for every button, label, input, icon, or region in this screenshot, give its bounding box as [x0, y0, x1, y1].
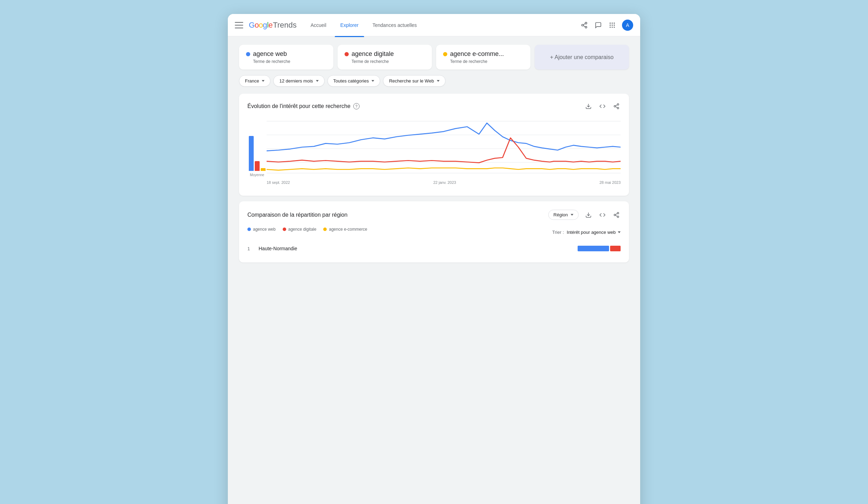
- share-icon[interactable]: [612, 102, 621, 110]
- search-term-type-1: Terme de recherche: [253, 59, 326, 64]
- region-button[interactable]: Région: [548, 210, 579, 220]
- svg-point-6: [612, 22, 613, 23]
- main-nav: Accueil Explorer Tendances actuelles: [305, 20, 580, 31]
- svg-point-10: [614, 24, 615, 26]
- region-bar-red: [610, 246, 621, 251]
- legend-item-3: agence e-commerce: [323, 227, 367, 232]
- x-label-1: 18 sept. 2022: [267, 180, 290, 185]
- apps-icon[interactable]: [608, 21, 616, 29]
- main-content: agence web Terme de recherche agence dig…: [228, 36, 640, 504]
- add-comparison-label: + Ajouter une comparaiso: [550, 54, 614, 60]
- x-label-3: 28 mai 2023: [599, 180, 621, 185]
- svg-line-34: [615, 213, 617, 214]
- svg-point-1: [582, 24, 584, 26]
- google-logo-text: Google: [249, 21, 273, 30]
- search-card-title-3: agence e-comme...: [443, 50, 523, 58]
- region-name-1: Haute-Normandie: [259, 246, 573, 251]
- region-share-icon[interactable]: [612, 211, 621, 219]
- filter-categories[interactable]: Toutes catégories: [327, 75, 381, 87]
- help-icon[interactable]: ?: [353, 103, 360, 109]
- svg-point-2: [585, 26, 587, 28]
- search-card-1: agence web Terme de recherche: [239, 45, 333, 70]
- region-row-1: 1 Haute-Normandie: [247, 243, 621, 254]
- header: Google Trends Accueil Explorer Tendances…: [228, 14, 640, 36]
- svg-point-5: [610, 22, 611, 23]
- legend-item-2: agence digitale: [283, 227, 317, 232]
- region-legend: agence web agence digitale agence e-comm…: [247, 227, 367, 232]
- search-term-name-3: agence e-comme...: [450, 50, 504, 58]
- filter-country[interactable]: France: [239, 75, 270, 87]
- feedback-icon[interactable]: [594, 21, 602, 29]
- chart-container: Moyenne 100 75 50 25: [247, 117, 621, 187]
- avatar[interactable]: A: [622, 20, 633, 31]
- nav-item-explorer[interactable]: Explorer: [335, 20, 364, 31]
- x-axis-labels: 18 sept. 2022 22 janv. 2023 28 mai 2023: [267, 178, 621, 187]
- search-term-type-3: Terme de recherche: [450, 59, 523, 64]
- svg-point-12: [612, 27, 613, 28]
- legend-dot-yellow: [323, 228, 327, 231]
- filter-period[interactable]: 12 derniers mois: [273, 75, 324, 87]
- line-chart-svg: 100 75 50 25: [267, 117, 621, 177]
- svg-line-19: [615, 105, 617, 106]
- svg-point-30: [617, 212, 619, 214]
- svg-point-11: [610, 27, 611, 28]
- svg-line-33: [615, 215, 617, 216]
- svg-line-3: [583, 26, 585, 27]
- filter-search-type[interactable]: Recherche sur le Web: [383, 75, 445, 87]
- avg-label: Moyenne: [250, 173, 264, 177]
- region-bars-1: [578, 246, 621, 251]
- trends-logo-text: Trends: [273, 21, 297, 30]
- search-card-title-1: agence web: [246, 50, 326, 58]
- avg-bar-red: [255, 161, 260, 171]
- chevron-down-icon: [437, 80, 440, 82]
- dot-blue-1: [246, 52, 250, 56]
- svg-point-31: [614, 214, 616, 216]
- svg-point-16: [614, 106, 616, 107]
- browser-window: Google Trends Accueil Explorer Tendances…: [228, 14, 640, 504]
- avg-bar-blue: [249, 136, 254, 171]
- svg-point-15: [617, 104, 619, 106]
- search-term-name-1: agence web: [253, 50, 287, 58]
- svg-point-0: [585, 22, 587, 24]
- x-label-2: 22 janv. 2023: [433, 180, 456, 185]
- region-card: Comparaison de la répartition par région…: [239, 201, 629, 262]
- hamburger-icon[interactable]: [235, 21, 243, 29]
- svg-point-7: [614, 22, 615, 23]
- legend-dot-red: [283, 228, 286, 231]
- add-comparison-card[interactable]: + Ajouter une comparaiso: [535, 45, 629, 70]
- chart-card-actions: [584, 102, 621, 110]
- filters-row: France 12 derniers mois Toutes catégorie…: [239, 75, 629, 87]
- region-card-header: Comparaison de la répartition par région…: [247, 210, 621, 220]
- search-card-3: agence e-comme... Terme de recherche: [436, 45, 530, 70]
- region-download-icon[interactable]: [584, 211, 593, 219]
- dot-red-2: [345, 52, 349, 56]
- search-card-title-2: agence digitale: [345, 50, 425, 58]
- region-code-icon[interactable]: [598, 211, 607, 219]
- svg-point-13: [614, 27, 615, 28]
- svg-point-8: [610, 24, 611, 26]
- legend-dot-blue: [247, 228, 251, 231]
- svg-line-18: [615, 107, 617, 108]
- share-icon[interactable]: [580, 21, 588, 29]
- region-num-1: 1: [247, 246, 254, 251]
- chevron-down-icon: [571, 214, 573, 216]
- download-icon[interactable]: [584, 102, 593, 110]
- search-term-type-2: Terme de recherche: [352, 59, 425, 64]
- svg-point-32: [617, 216, 619, 218]
- region-card-title: Comparaison de la répartition par région: [247, 212, 347, 218]
- nav-item-accueil[interactable]: Accueil: [305, 20, 332, 31]
- search-terms-row: agence web Terme de recherche agence dig…: [239, 45, 629, 70]
- sort-value[interactable]: Intérêt pour agence web: [567, 230, 621, 235]
- chevron-down-icon: [316, 80, 319, 82]
- chevron-down-icon: [262, 80, 265, 82]
- region-legend-sort: agence web agence digitale agence e-comm…: [247, 227, 621, 237]
- region-bar-blue: [578, 246, 609, 251]
- logo: Google Trends: [249, 21, 297, 30]
- svg-point-9: [612, 24, 613, 26]
- code-icon[interactable]: [598, 102, 607, 110]
- svg-line-4: [583, 23, 585, 24]
- chart-title: Évolution de l'intérêt pour cette recher…: [247, 103, 360, 109]
- nav-item-tendances[interactable]: Tendances actuelles: [367, 20, 422, 31]
- search-card-2: agence digitale Terme de recherche: [338, 45, 432, 70]
- header-actions: A: [580, 20, 633, 31]
